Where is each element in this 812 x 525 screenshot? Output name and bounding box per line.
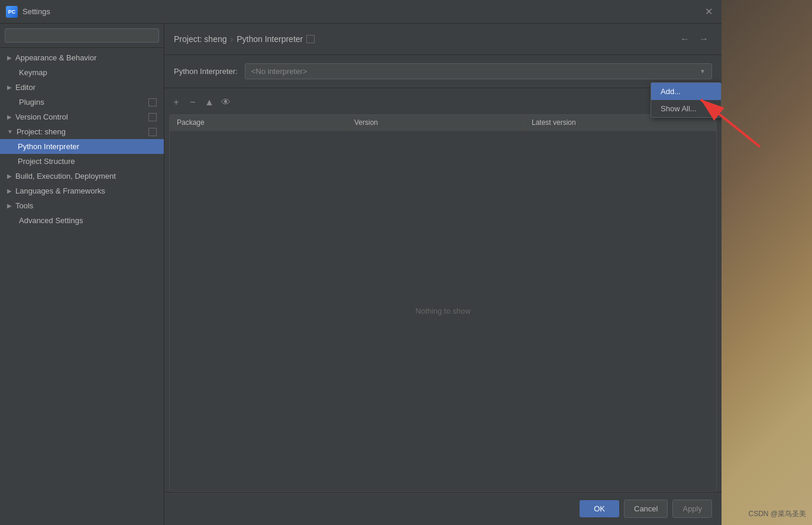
sidebar-item-keymap[interactable]: Keymap [0, 65, 164, 80]
breadcrumb-page: Python Interpreter [237, 34, 303, 44]
sidebar-item-appearance-behavior[interactable]: ▶ Appearance & Behavior [0, 50, 164, 65]
settings-icon [148, 128, 157, 136]
main-content: Project: sheng › Python Interpreter ← → … [164, 24, 722, 525]
remove-package-button[interactable]: − [186, 95, 200, 109]
title-bar: PC Settings ✕ [0, 0, 722, 24]
table-header: Package Version Latest version [170, 115, 716, 131]
settings-icon [148, 98, 157, 107]
breadcrumb-separator: › [231, 34, 234, 44]
sidebar-item-editor[interactable]: ▶ Editor [0, 80, 164, 95]
sidebar-search-input[interactable] [5, 28, 159, 43]
expand-arrow-icon: ▶ [7, 202, 12, 209]
show-packages-button[interactable]: 👁 [219, 95, 233, 109]
sidebar-item-project-structure[interactable]: Project Structure [0, 154, 164, 169]
sidebar-item-advanced-settings[interactable]: Advanced Settings [0, 213, 164, 228]
settings-icon [148, 113, 157, 121]
expand-arrow-icon: ▶ [7, 173, 12, 179]
column-version: Version [347, 115, 525, 130]
settings-dialog: PC Settings ✕ ▶ Appearance & Behavior Ke… [0, 0, 722, 525]
column-package: Package [170, 115, 347, 130]
package-area: + − ▲ 👁 Package Version Latest v [164, 88, 722, 492]
expand-arrow-icon: ▼ [7, 128, 13, 135]
nav-buttons: ← → [677, 31, 712, 47]
ok-button[interactable]: OK [580, 500, 619, 517]
dialog-footer: OK Cancel Apply [164, 492, 722, 525]
content-header: Project: sheng › Python Interpreter ← → [164, 24, 722, 55]
dialog-body: ▶ Appearance & Behavior Keymap ▶ Editor … [0, 24, 722, 525]
table-body: Nothing to show [170, 131, 716, 491]
interpreter-dropdown[interactable]: <No interpreter> ▼ [245, 63, 712, 79]
package-table: Package Version Latest version Nothing t… [169, 114, 717, 492]
background-image [717, 0, 812, 525]
breadcrumb-settings-icon [306, 35, 315, 43]
sidebar-item-project-sheng[interactable]: ▼ Project: sheng [0, 124, 164, 139]
apply-button[interactable]: Apply [672, 500, 712, 518]
interpreter-value: <No interpreter> [251, 67, 308, 76]
dropdown-add-item[interactable]: Add... [651, 83, 721, 100]
sidebar: ▶ Appearance & Behavior Keymap ▶ Editor … [0, 24, 164, 525]
toolbar: + − ▲ 👁 [169, 93, 717, 112]
sidebar-item-tools[interactable]: ▶ Tools [0, 198, 164, 213]
cancel-button[interactable]: Cancel [624, 500, 668, 518]
dropdown-show-all-item[interactable]: Show All... [651, 100, 721, 117]
breadcrumb: Project: sheng › Python Interpreter [174, 34, 677, 44]
sidebar-content: ▶ Appearance & Behavior Keymap ▶ Editor … [0, 48, 164, 525]
close-button[interactable]: ✕ [701, 5, 716, 19]
sidebar-item-python-interpreter[interactable]: Python Interpreter [0, 139, 164, 154]
expand-arrow-icon: ▶ [7, 84, 12, 91]
add-package-button[interactable]: + [169, 95, 183, 109]
forward-button[interactable]: → [695, 31, 712, 47]
breadcrumb-project: Project: sheng [174, 34, 227, 44]
sidebar-item-build-execution[interactable]: ▶ Build, Execution, Deployment [0, 169, 164, 183]
expand-arrow-icon: ▶ [7, 188, 12, 194]
dropdown-menu: Add... Show All... [651, 82, 722, 118]
interpreter-label: Python Interpreter: [174, 67, 238, 76]
back-button[interactable]: ← [677, 31, 693, 47]
sidebar-item-version-control[interactable]: ▶ Version Control [0, 109, 164, 124]
watermark: CSDN @菜鸟圣美 [748, 509, 806, 519]
move-up-button[interactable]: ▲ [202, 95, 216, 109]
app-icon: PC [6, 6, 18, 18]
sidebar-item-languages-frameworks[interactable]: ▶ Languages & Frameworks [0, 183, 164, 198]
window-title: Settings [22, 7, 701, 16]
sidebar-item-plugins[interactable]: Plugins [0, 95, 164, 109]
sidebar-search-container [0, 24, 164, 48]
dropdown-arrow-icon: ▼ [700, 68, 706, 75]
interpreter-row: Python Interpreter: <No interpreter> ▼ A… [164, 55, 722, 88]
expand-arrow-icon: ▶ [7, 114, 12, 120]
expand-arrow-icon: ▶ [7, 54, 12, 61]
empty-message: Nothing to show [415, 307, 470, 315]
